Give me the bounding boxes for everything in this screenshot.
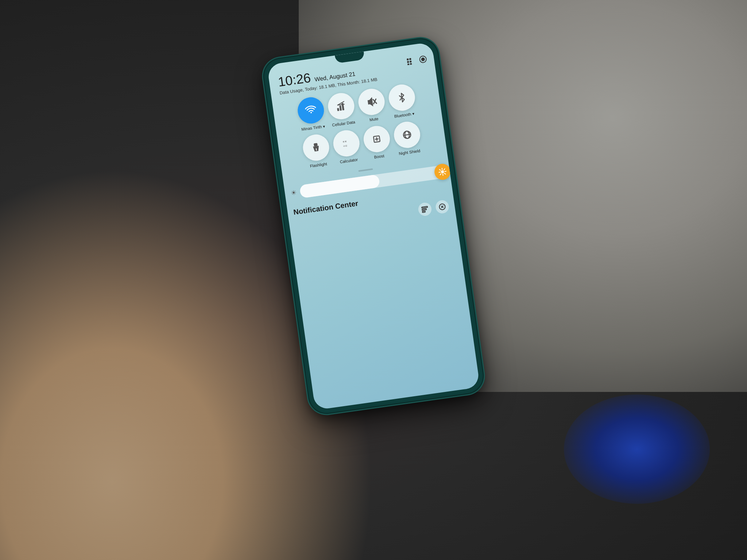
calculator-circle: +× ÷= — [332, 128, 361, 158]
svg-rect-1 — [409, 58, 411, 60]
svg-line-30 — [440, 169, 441, 170]
notification-clear-button[interactable] — [435, 199, 450, 214]
bluetooth-toggle[interactable]: Bluetooth ▾ — [387, 83, 418, 119]
svg-line-29 — [445, 171, 446, 172]
svg-rect-3 — [407, 61, 409, 63]
svg-line-32 — [444, 169, 445, 170]
bg-blue-glow — [564, 394, 710, 504]
record-icon[interactable] — [417, 54, 429, 65]
svg-rect-5 — [407, 63, 410, 65]
bluetooth-label: Bluetooth ▾ — [394, 111, 415, 119]
nightshield-toggle[interactable]: Night Shield — [392, 120, 423, 156]
mute-circle — [357, 87, 386, 117]
grid-icon[interactable] — [404, 55, 416, 67]
calculator-toggle[interactable]: +× ÷= Calculator — [332, 128, 362, 164]
nightshield-circle — [392, 120, 422, 149]
svg-rect-36 — [422, 211, 425, 213]
svg-rect-34 — [422, 206, 427, 208]
svg-point-8 — [421, 58, 425, 61]
notification-manage-button[interactable] — [418, 202, 433, 217]
svg-rect-6 — [410, 63, 412, 65]
svg-point-25 — [441, 170, 444, 174]
boost-toggle[interactable]: Boost — [362, 124, 392, 160]
boost-circle — [362, 124, 391, 154]
flashlight-circle — [301, 133, 331, 162]
cellular-toggle[interactable]: Cellular Data — [326, 91, 357, 128]
svg-line-17 — [316, 148, 317, 151]
svg-rect-10 — [339, 105, 342, 111]
svg-line-26 — [442, 168, 442, 170]
svg-rect-4 — [410, 61, 412, 63]
brightness-min-icon: ☀ — [290, 188, 297, 197]
svg-line-27 — [443, 174, 443, 175]
svg-rect-16 — [314, 143, 318, 146]
svg-rect-0 — [407, 58, 409, 61]
svg-rect-35 — [422, 209, 426, 210]
svg-line-33 — [440, 174, 441, 175]
boost-label: Boost — [374, 153, 385, 159]
nightshield-label: Night Shield — [399, 148, 421, 156]
wifi-circle — [296, 96, 326, 125]
cellular-circle — [326, 91, 356, 121]
flashlight-toggle[interactable]: Flashlight — [301, 133, 332, 169]
calculator-label: Calculator — [340, 157, 358, 164]
brightness-thumb[interactable] — [433, 163, 452, 181]
mute-toggle[interactable]: Mute — [357, 87, 387, 124]
svg-line-28 — [439, 172, 440, 172]
scene: 10:26 Wed, August 21 Data Usage, Today: … — [0, 0, 747, 560]
wifi-label: Minas Tirith ▾ — [301, 124, 325, 132]
cellular-label: Cellular Data — [332, 120, 356, 127]
mute-label: Mute — [369, 116, 379, 122]
svg-text:÷=: ÷= — [343, 144, 348, 148]
svg-rect-9 — [337, 108, 339, 111]
svg-text:+×: +× — [342, 139, 347, 144]
flashlight-label: Flashlight — [310, 162, 327, 168]
bluetooth-circle — [387, 83, 417, 112]
svg-line-31 — [444, 173, 445, 174]
wifi-toggle[interactable]: Minas Tirith ▾ — [296, 96, 327, 132]
